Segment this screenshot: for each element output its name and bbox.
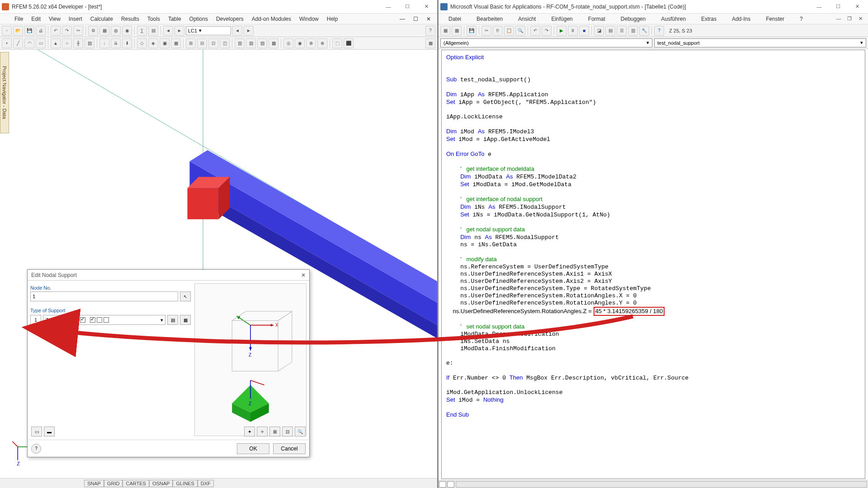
- axis-icon[interactable]: ⊡: [282, 427, 293, 436]
- procedure-combo[interactable]: test_nodal_support▾: [654, 38, 866, 47]
- mdi-minimize[interactable]: —: [396, 15, 409, 23]
- node-no-input[interactable]: [30, 291, 178, 301]
- tool-icon[interactable]: ⚙: [88, 26, 98, 36]
- design-icon[interactable]: ◪: [594, 26, 604, 36]
- menu-table[interactable]: Table: [165, 15, 185, 23]
- close-button[interactable]: ✕: [417, 1, 435, 12]
- loadcase-combo[interactable]: LC1▾: [186, 26, 231, 35]
- save-icon[interactable]: 💾: [24, 26, 34, 36]
- tool-icon[interactable]: ◍: [111, 26, 121, 36]
- pick-node-icon[interactable]: ↖: [180, 291, 191, 301]
- object-combo[interactable]: (Allgemein)▾: [440, 38, 652, 47]
- view-tab-icon[interactable]: [439, 481, 446, 488]
- menu-insert[interactable]: Insert: [65, 15, 86, 23]
- menu-ansicht[interactable]: Ansicht: [511, 15, 543, 23]
- misc-icon[interactable]: ⊞: [186, 38, 196, 48]
- view-mode-icon[interactable]: ▬: [44, 427, 55, 436]
- close-button[interactable]: ✕: [848, 1, 866, 12]
- status-dxf[interactable]: DXF: [198, 480, 214, 487]
- stop-icon[interactable]: ■: [579, 26, 589, 36]
- nav-left-icon[interactable]: ◄: [232, 26, 242, 36]
- undo-icon[interactable]: ↶: [51, 26, 61, 36]
- excel-icon[interactable]: ▩: [452, 26, 462, 36]
- help-icon[interactable]: ?: [31, 444, 41, 454]
- menu-view[interactable]: View: [45, 15, 64, 23]
- misc-icon[interactable]: ⊗: [317, 38, 327, 48]
- misc-icon[interactable]: ⊡: [208, 38, 218, 48]
- dialog-close-icon[interactable]: ✕: [301, 272, 306, 278]
- status-grid[interactable]: GRID: [104, 480, 123, 487]
- misc-icon[interactable]: ▥: [235, 38, 245, 48]
- load-icon[interactable]: ⬇: [122, 38, 132, 48]
- nav-left-icon[interactable]: ◄: [163, 26, 173, 36]
- redo-icon[interactable]: ↷: [542, 26, 552, 36]
- excel-icon[interactable]: ▦: [425, 38, 435, 48]
- menu-file[interactable]: File: [11, 15, 27, 23]
- hinge-icon[interactable]: ○: [62, 38, 72, 48]
- menu-edit[interactable]: Edit: [28, 15, 44, 23]
- misc-icon[interactable]: ◉: [295, 38, 305, 48]
- print-icon[interactable]: 🖨: [36, 26, 46, 36]
- menu-addon[interactable]: Add-on Modules: [248, 15, 295, 23]
- cut-icon[interactable]: ✂: [481, 26, 491, 36]
- help-icon[interactable]: ?: [654, 26, 664, 36]
- menu-window[interactable]: Window: [296, 15, 322, 23]
- menu-results[interactable]: Results: [118, 15, 143, 23]
- paste-icon[interactable]: 📋: [504, 26, 514, 36]
- draw-icon[interactable]: ◠: [24, 38, 34, 48]
- menu-developers[interactable]: Developers: [212, 15, 247, 23]
- misc-icon[interactable]: ◎: [283, 38, 293, 48]
- view-mode-icon[interactable]: ▭: [31, 427, 42, 436]
- misc-icon[interactable]: ⬛: [344, 38, 354, 48]
- code-hscroll[interactable]: [439, 480, 868, 488]
- help-icon[interactable]: ?: [425, 26, 435, 36]
- misc-icon[interactable]: ⊕: [306, 38, 316, 48]
- view-icon[interactable]: ◇: [137, 38, 147, 48]
- menu-datei[interactable]: Datei: [441, 15, 468, 23]
- tool-icon[interactable]: ◉: [122, 26, 132, 36]
- misc-icon[interactable]: ⊟: [197, 38, 207, 48]
- tool-icon[interactable]: ▦: [99, 26, 109, 36]
- mdi-minimize[interactable]: —: [834, 14, 844, 23]
- code-editor[interactable]: Option Explicit Sub test_nodal_support()…: [441, 50, 865, 479]
- save-icon[interactable]: 💾: [467, 26, 476, 36]
- status-cartes[interactable]: CARTES: [123, 480, 149, 487]
- status-osnap[interactable]: OSNAP: [149, 480, 173, 487]
- minimize-button[interactable]: —: [810, 1, 828, 12]
- library-icon[interactable]: ▤: [167, 315, 178, 325]
- mdi-restore[interactable]: ❐: [844, 14, 854, 23]
- browser-icon[interactable]: ▥: [628, 26, 638, 36]
- draw-icon[interactable]: ╱: [13, 38, 23, 48]
- nav-right-icon[interactable]: ►: [244, 26, 254, 36]
- misc-icon[interactable]: ▩: [269, 38, 278, 48]
- maximize-button[interactable]: ☐: [829, 1, 847, 12]
- cancel-button[interactable]: Cancel: [273, 443, 306, 454]
- axis-icon[interactable]: ✦: [244, 427, 255, 436]
- load-icon[interactable]: ⇊: [111, 38, 121, 48]
- menu-ausfuehren[interactable]: Ausführen: [654, 15, 693, 23]
- cut-icon[interactable]: ✂: [73, 26, 83, 36]
- draw-icon[interactable]: ▭: [36, 38, 46, 48]
- mdi-close[interactable]: ✕: [423, 15, 434, 23]
- new-icon[interactable]: ▫: [2, 26, 12, 36]
- axis-icon[interactable]: ✧: [257, 427, 268, 436]
- menu-help[interactable]: ?: [793, 15, 810, 23]
- results-icon[interactable]: ▤: [148, 26, 158, 36]
- project-navigator-tab[interactable]: Project Navigator - Data: [0, 52, 9, 133]
- misc-icon[interactable]: ⬚: [332, 38, 342, 48]
- axis-icon[interactable]: ⊞: [269, 427, 280, 436]
- draw-icon[interactable]: •: [2, 38, 12, 48]
- view-tab-icon[interactable]: [447, 481, 454, 488]
- new-support-icon[interactable]: ▦: [180, 315, 191, 325]
- mdi-close[interactable]: ✕: [855, 14, 865, 23]
- maximize-button[interactable]: ☐: [398, 1, 416, 12]
- beam-icon[interactable]: ╫: [73, 38, 83, 48]
- run-icon[interactable]: ▶: [557, 26, 566, 36]
- support-icon[interactable]: ▲: [51, 38, 61, 48]
- view-icon[interactable]: ▦: [440, 26, 450, 36]
- menu-format[interactable]: Format: [581, 15, 613, 23]
- misc-icon[interactable]: ▨: [257, 38, 267, 48]
- menu-options[interactable]: Options: [186, 15, 212, 23]
- find-icon[interactable]: 🔍: [515, 26, 525, 36]
- open-icon[interactable]: 📂: [13, 26, 23, 36]
